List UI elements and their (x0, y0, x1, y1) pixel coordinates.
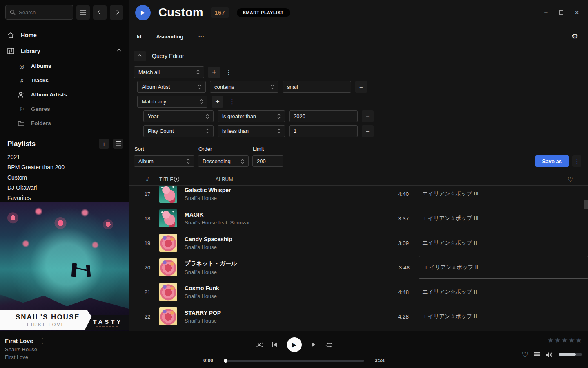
play-pause-button[interactable]: ▶ (287, 337, 302, 352)
minimize-button[interactable]: − (544, 9, 548, 16)
search-box[interactable] (5, 5, 73, 20)
next-track-button[interactable] (311, 342, 317, 348)
sidebar-item-genres[interactable]: ⚐Genres (0, 102, 129, 116)
seek-slider[interactable] (224, 360, 364, 362)
sort-field-button[interactable]: Id (137, 34, 142, 40)
playlist-item[interactable]: BPM Greater than 200 (0, 162, 129, 173)
now-playing-menu-button[interactable]: ⋮ (38, 337, 47, 345)
column-duration[interactable] (174, 176, 202, 182)
playlist-item[interactable]: Favorites (0, 193, 129, 203)
track-duration: 3:37 (380, 215, 409, 222)
star-icon[interactable]: ★ (561, 336, 568, 345)
column-album[interactable]: ALBUM (216, 177, 381, 182)
scrollbar-thumb[interactable] (584, 200, 588, 209)
seek-thumb[interactable] (224, 359, 227, 363)
edit-playlists-button[interactable] (113, 139, 123, 149)
star-icon[interactable]: ★ (548, 336, 554, 345)
shuffle-button[interactable] (256, 342, 263, 348)
order-select[interactable]: Descending (198, 155, 249, 167)
sidebar-item-albums[interactable]: ◎Albums (0, 59, 129, 73)
sidebar-item-home[interactable]: Home (0, 27, 129, 43)
add-rule-button[interactable]: + (208, 67, 220, 78)
remove-rule-button[interactable]: − (355, 81, 367, 93)
search-input[interactable] (19, 9, 69, 16)
track-album: エイリアン☆ポップ II (422, 313, 588, 320)
track-row[interactable]: 17Galactic WhisperSnail's House4:40エイリアン… (129, 186, 588, 206)
group-menu-button[interactable]: ⋮ (227, 98, 236, 105)
sidebar-item-folders[interactable]: Folders (0, 116, 129, 130)
sort-select[interactable]: Album (134, 155, 194, 167)
rule-field-select[interactable]: Play Count (143, 125, 214, 137)
track-row[interactable]: 18MAGIKSnail's House feat. Sennzai3:37エイ… (129, 206, 588, 231)
volume-button[interactable] (546, 352, 553, 358)
rule-operator-select[interactable]: is greater than (218, 110, 285, 122)
track-duration: 4:48 (380, 289, 409, 295)
track-row[interactable]: 22STARRY POPSnail's House4:28エイリアン☆ポップ I… (129, 304, 588, 329)
rule-field-select[interactable]: Album Artist (137, 81, 206, 93)
queue-button[interactable] (534, 352, 540, 357)
save-menu-button[interactable]: ⋮ (572, 155, 581, 167)
playlist-item[interactable]: Custom (0, 173, 129, 183)
folder-icon (18, 121, 26, 126)
toolbar-more-button[interactable]: ⋯ (198, 33, 205, 40)
track-row[interactable]: 21Cosmo FunkSnail's House4:48エイリアン☆ポップ I… (129, 280, 588, 304)
column-favorite[interactable]: ♡ (381, 176, 588, 183)
playlists-header: Playlists + (0, 139, 129, 149)
close-button[interactable]: × (575, 9, 579, 16)
select-value: Album (138, 158, 154, 164)
sidebar-item-album-artists[interactable]: Album Artists (0, 88, 129, 102)
match-mode-select[interactable]: Match all (134, 66, 204, 78)
playlist-item[interactable]: 2021 (0, 152, 129, 162)
album-art-thumbnail (159, 186, 177, 203)
gear-icon[interactable]: ⚙ (572, 32, 578, 41)
track-album: エイリアン☆ポップ III (422, 215, 588, 222)
sidebar-item-library[interactable]: Library (0, 43, 129, 59)
match-mode-select[interactable]: Match any (137, 96, 207, 108)
remove-rule-button[interactable]: − (362, 125, 374, 137)
play-playlist-button[interactable]: ▶ (135, 5, 151, 20)
volume-slider[interactable] (559, 353, 582, 356)
star-icon[interactable]: ★ (576, 336, 582, 345)
limit-input[interactable] (257, 158, 279, 164)
nav-forward-button[interactable] (110, 5, 123, 20)
track-row[interactable]: 20プラネット・ガールSnail's House3:48エイリアン☆ポップ II (129, 255, 588, 280)
clock-icon (174, 176, 180, 182)
rule-operator-select[interactable]: is less than (218, 125, 285, 137)
save-as-button[interactable]: Save as (535, 155, 569, 167)
group-menu-button[interactable]: ⋮ (224, 68, 233, 76)
maximize-button[interactable] (559, 10, 564, 15)
playlist-item[interactable]: DJ Okawari (0, 183, 129, 193)
menu-button[interactable] (76, 5, 90, 20)
rule-value-input[interactable] (294, 113, 353, 119)
add-rule-button[interactable]: + (212, 96, 223, 108)
repeat-button[interactable] (325, 342, 333, 348)
remove-rule-button[interactable]: − (362, 110, 374, 122)
rule-value-input[interactable] (294, 128, 353, 134)
favorite-button[interactable]: ♡ (522, 350, 528, 359)
track-count-badge: 167 (211, 7, 229, 18)
sort-order-button[interactable]: Ascending (156, 34, 183, 40)
rule-value-input[interactable] (287, 84, 347, 90)
track-album-focused-cell[interactable]: エイリアン☆ポップ II (419, 256, 588, 279)
sidebar-item-tracks[interactable]: ♫Tracks (0, 73, 129, 88)
chevron-up-icon[interactable] (117, 49, 121, 53)
track-artist: Snail's House (185, 244, 380, 250)
track-artist: Snail's House (185, 195, 380, 201)
add-playlist-button[interactable]: + (99, 139, 109, 149)
rule-field-select[interactable]: Year (143, 110, 214, 122)
track-number: 18 (140, 215, 155, 222)
column-title[interactable]: TITLE (159, 177, 174, 182)
track-row[interactable]: 19Candy SpaceshipSnail's House3:09エイリアン☆… (129, 231, 588, 255)
column-number[interactable]: # (140, 177, 155, 182)
star-icon[interactable]: ★ (555, 336, 561, 345)
previous-track-button[interactable] (272, 342, 278, 348)
star-icon[interactable]: ★ (569, 336, 575, 345)
track-number: 17 (140, 191, 155, 197)
collapse-query-editor-button[interactable] (134, 51, 146, 61)
disc-icon: ◎ (18, 63, 26, 70)
rule-operator-select[interactable]: contains (210, 81, 278, 93)
shuffle-icon (256, 342, 263, 348)
nav-back-button[interactable] (93, 5, 107, 20)
track-text: MAGIKSnail's House feat. Sennzai (185, 211, 380, 226)
artwork-artist-name: SNAIL'S HOUSE (16, 313, 101, 321)
